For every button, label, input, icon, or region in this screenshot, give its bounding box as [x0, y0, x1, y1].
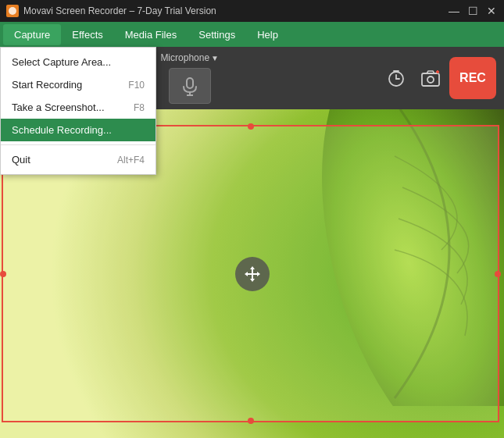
handle-left[interactable]	[0, 271, 6, 277]
mic-chevron-icon: ▼	[211, 54, 219, 62]
microphone-label: Microphone	[160, 52, 209, 63]
window-controls: — ☐ ✕	[448, 5, 498, 17]
capture-dropdown: Select Capture Area... Start Recording F…	[0, 47, 156, 175]
menu-take-screenshot[interactable]: Take a Screenshot... F8	[1, 96, 155, 119]
menu-settings[interactable]: Settings	[188, 24, 246, 45]
title-bar: Movavi Screen Recorder – 7-Day Trial Ver…	[0, 0, 504, 22]
clock-icon	[386, 68, 406, 88]
screenshot-button[interactable]	[415, 62, 446, 94]
microphone-section: Microphone ▼	[160, 52, 219, 104]
app-icon	[6, 5, 19, 17]
menu-capture[interactable]: Capture	[3, 24, 61, 45]
rec-button[interactable]: REC	[449, 57, 496, 99]
handle-top[interactable]	[248, 123, 254, 130]
menu-divider	[1, 144, 155, 145]
microphone-icon	[179, 75, 201, 97]
move-icon	[243, 265, 262, 283]
svg-rect-11	[422, 73, 439, 86]
maximize-button[interactable]: ☐	[466, 5, 479, 17]
menu-bar: Capture Effects Media Files Settings Hel…	[0, 22, 504, 47]
minimize-button[interactable]: —	[448, 5, 460, 17]
handle-bottom[interactable]	[248, 418, 254, 424]
close-button[interactable]: ✕	[485, 5, 498, 17]
menu-media-files[interactable]: Media Files	[114, 24, 188, 45]
window-title: Movavi Screen Recorder – 7-Day Trial Ver…	[23, 5, 448, 16]
menu-start-recording[interactable]: Start Recording F10	[1, 73, 155, 96]
handle-right[interactable]	[495, 271, 501, 277]
svg-rect-4	[187, 78, 193, 88]
camera-plus-icon	[420, 68, 441, 88]
menu-quit[interactable]: Quit Alt+F4	[1, 148, 155, 171]
mic-label-row: Microphone ▼	[160, 52, 219, 63]
timer-button[interactable]	[381, 62, 412, 94]
move-handle[interactable]	[235, 257, 270, 291]
menu-schedule-recording[interactable]: Schedule Recording...	[1, 119, 155, 141]
svg-point-12	[427, 77, 434, 83]
toolbar-right: REC	[381, 57, 496, 99]
menu-help[interactable]: Help	[246, 24, 289, 45]
menu-select-capture-area[interactable]: Select Capture Area...	[1, 51, 155, 73]
menu-effects[interactable]: Effects	[61, 24, 114, 45]
microphone-button[interactable]	[169, 68, 211, 104]
svg-point-0	[9, 7, 16, 15]
